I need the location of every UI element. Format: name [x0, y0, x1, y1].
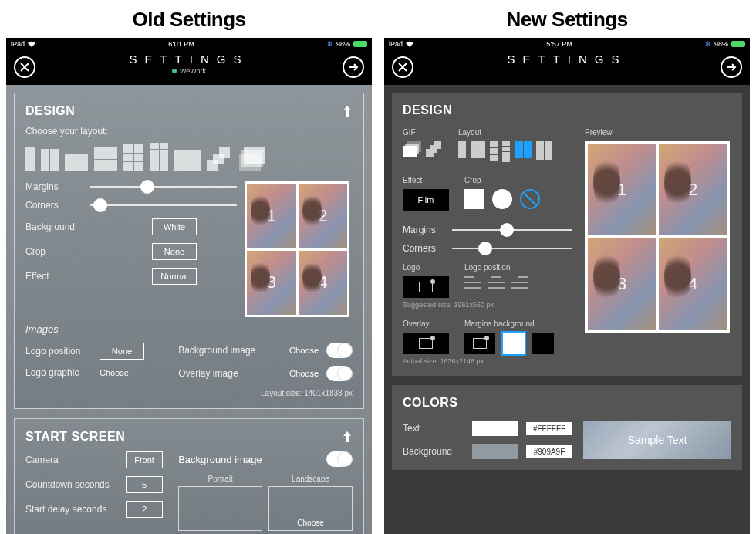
effect-value-button[interactable]: Normal — [152, 268, 197, 285]
header-bar: SETTINGS WeWork — [6, 49, 372, 85]
text-color-swatch[interactable] — [472, 421, 518, 436]
logo-pos-right[interactable] — [511, 276, 528, 289]
gif-option[interactable] — [426, 141, 443, 157]
preview-cell: 1 — [247, 184, 296, 248]
new-scroll[interactable]: DESIGN GIF — [384, 85, 750, 534]
layout-option[interactable] — [536, 141, 552, 160]
countdown-button[interactable]: 5 — [126, 476, 163, 493]
layout-option[interactable] — [25, 147, 35, 171]
images-header: Images — [25, 323, 353, 335]
corners-label: Corners — [25, 200, 90, 211]
margins-slider[interactable] — [90, 186, 237, 188]
crop-value-button[interactable]: None — [152, 243, 197, 260]
overlay-image-label: Overlay image — [178, 368, 289, 379]
crop-circle-option[interactable] — [492, 189, 512, 209]
battery-icon — [731, 41, 745, 47]
background-value-button[interactable]: White — [152, 218, 197, 235]
start-title: START SCREEN — [25, 430, 125, 444]
layout-option[interactable] — [490, 141, 498, 161]
new-corners-slider[interactable] — [452, 248, 572, 249]
camera-label: Camera — [25, 455, 126, 465]
layout-options — [25, 143, 353, 171]
new-crop-label: Crop — [464, 176, 540, 184]
logo-graphic-choose[interactable]: Choose — [100, 368, 129, 377]
logo-position-label: Logo position — [25, 346, 100, 357]
sample-text-preview: Sample Text — [583, 421, 731, 459]
text-color-label: Text — [403, 423, 464, 434]
logo-pos-left[interactable] — [464, 276, 481, 289]
layout-option[interactable] — [239, 147, 265, 171]
layout-option[interactable] — [471, 141, 485, 158]
overlay-image-toggle[interactable] — [326, 366, 353, 381]
gif-label: GIF — [403, 128, 443, 137]
old-design-panel: DESIGN Choose your layout: — [14, 93, 364, 409]
new-margins-label: Margins — [403, 225, 452, 235]
margins-bg-label: Margins background — [464, 319, 554, 328]
margins-bg-black[interactable] — [532, 333, 554, 354]
old-scroll[interactable]: DESIGN Choose your layout: — [6, 85, 372, 534]
device-label: iPad — [389, 40, 403, 48]
preview-cell: 3 — [247, 251, 296, 316]
layout-size-note: Layout size: 1401x1838 px — [178, 389, 353, 397]
new-design-title: DESIGN — [403, 103, 731, 117]
logo-upload-button[interactable] — [403, 276, 449, 298]
old-device: iPad 6:01 PM ✻ 98% SETTINGS — [6, 38, 372, 534]
status-time: 5:57 PM — [546, 40, 572, 48]
preview-cell: 4 — [299, 251, 348, 316]
preview-cell: 2 — [659, 144, 727, 235]
gif-option[interactable] — [403, 141, 421, 157]
bg-hex[interactable]: #909A9F — [526, 445, 572, 458]
layout-option[interactable] — [458, 141, 466, 158]
layout-option[interactable] — [150, 143, 168, 171]
margins-bg-upload[interactable] — [464, 333, 495, 354]
logo-position-button[interactable]: None — [100, 343, 144, 360]
bg-color-swatch[interactable] — [472, 444, 518, 459]
new-effect-label: Effect — [403, 176, 449, 184]
bg-image-toggle[interactable] — [326, 343, 353, 358]
layout-option[interactable] — [207, 147, 233, 171]
battery-icon — [353, 41, 367, 47]
image-icon — [419, 282, 433, 292]
start-bg-label: Background image — [178, 454, 326, 465]
status-bar: iPad 6:01 PM ✻ 98% — [6, 38, 372, 49]
layout-option-selected[interactable] — [515, 141, 532, 158]
camera-button[interactable]: Front — [126, 451, 163, 468]
new-corners-label: Corners — [403, 243, 452, 254]
bg-image-choose[interactable]: Choose — [289, 346, 319, 355]
status-time: 6:01 PM — [168, 40, 194, 48]
layout-option[interactable] — [65, 154, 88, 171]
new-device: iPad 5:57 PM ✻ 98% SETTINGS — [384, 38, 750, 534]
new-design-panel: DESIGN GIF — [392, 93, 742, 376]
logo-graphic-label: Logo graphic — [25, 367, 100, 378]
start-bg-toggle[interactable] — [326, 451, 353, 467]
crop-square-option[interactable] — [464, 189, 484, 209]
collapse-icon[interactable] — [342, 106, 353, 117]
layout-option[interactable] — [174, 150, 201, 171]
delay-button[interactable]: 2 — [126, 501, 163, 518]
preview-cell: 1 — [588, 144, 656, 235]
margins-bg-white[interactable] — [503, 333, 525, 354]
header-subtitle: WeWork — [180, 67, 206, 75]
text-hex[interactable]: #FFFFFF — [526, 422, 572, 435]
old-design-title: DESIGN — [25, 104, 75, 118]
status-dot-icon — [172, 69, 177, 73]
effect-label: Effect — [25, 271, 90, 282]
layout-option[interactable] — [41, 149, 59, 171]
landscape-choose[interactable]: Choose — [268, 486, 353, 531]
overlay-image-choose[interactable]: Choose — [289, 369, 319, 378]
overlay-upload-button[interactable] — [403, 333, 449, 354]
layout-option[interactable] — [502, 141, 510, 162]
old-settings-title: Old Settings — [6, 0, 372, 38]
logo-pos-center[interactable] — [488, 276, 505, 289]
layout-option[interactable] — [94, 147, 117, 171]
bluetooth-icon: ✻ — [705, 40, 711, 48]
suggested-size: Suggested size: 1961x560 px — [403, 301, 572, 309]
new-margins-slider[interactable] — [452, 229, 572, 231]
collapse-icon[interactable] — [342, 431, 353, 442]
actual-size: Actual size: 1636x2148 px — [403, 357, 572, 365]
layout-option[interactable] — [123, 144, 143, 171]
corners-slider[interactable] — [90, 204, 237, 206]
effect-button[interactable]: Film — [403, 189, 449, 211]
crop-none-option[interactable] — [520, 189, 540, 209]
portrait-choose[interactable] — [178, 486, 262, 531]
